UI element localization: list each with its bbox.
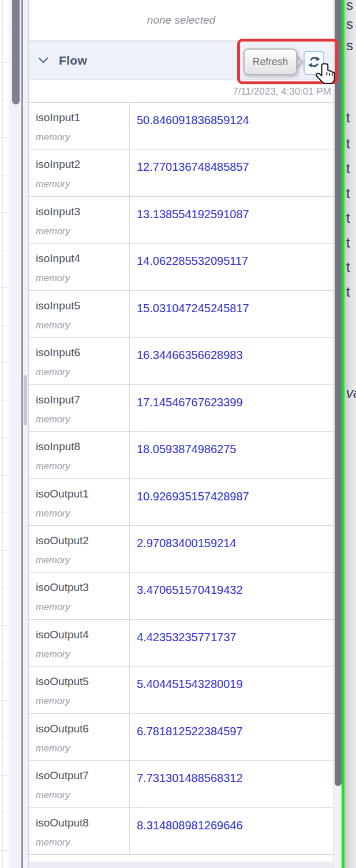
signal-value[interactable]: 17.14546767623399 [137,396,243,409]
signal-value[interactable]: 3.470651570419432 [137,583,243,596]
signal-value[interactable]: 8.314808981269646 [137,819,243,832]
table-row: isoOutput8 memory 8.314808981269646 [29,808,333,855]
outer-scrollbar-thumb[interactable] [12,0,20,104]
signal-label-cell: isoInput2 memory [29,149,130,196]
signal-name: isoInput3 [36,205,129,218]
signal-label-cell: isoInput5 memory [29,291,130,337]
flow-section-title: Flow [59,54,87,68]
signal-value[interactable]: 14.062285532095117 [137,255,248,267]
signal-label-cell: isoOutput7 memory [29,761,130,807]
signal-name: isoOutput5 [36,675,129,688]
signal-label-cell: isoInput3 memory [29,197,130,243]
signal-value[interactable]: 4.42353235771737 [137,631,236,643]
signal-value-cell: 16.34466356628983 [130,338,333,384]
signal-value[interactable]: 5.404451543280019 [137,678,243,690]
clipped-text-fragment: t [346,136,350,152]
signal-name: isoInput5 [36,300,129,312]
panel-scrollbar-track[interactable] [23,0,28,868]
table-row: isoInput2 memory 12.770136748485857 [29,149,333,196]
next-section-edge [29,862,333,868]
empty-row [29,855,333,862]
signal-name: isoInput7 [36,394,129,406]
signal-value[interactable]: 12.770136748485857 [137,160,249,173]
signal-label-cell: isoOutput1 memory [29,479,130,525]
signal-label-cell: isoOutput3 memory [29,573,130,619]
selection-status: none selected [29,0,333,42]
signal-name: isoOutput1 [36,488,129,500]
table-row: isoInput7 memory 17.14546767623399 [29,385,333,432]
signal-value-cell: 12.770136748485857 [130,149,333,196]
signal-name: isoInput4 [36,252,129,265]
signal-type: memory [36,366,129,377]
signal-value-cell: 5.404451543280019 [130,667,333,713]
signal-value[interactable]: 15.031047245245817 [137,302,249,315]
signal-type: memory [36,461,129,472]
table-row: isoInput3 memory 13.138554192591087 [29,197,333,244]
signal-value-cell: 3.470651570419432 [130,573,333,619]
signal-type: memory [36,272,129,283]
signal-value[interactable]: 10.926935157428987 [137,490,249,503]
signal-type: memory [36,414,129,425]
adjacent-panel-edge: sssttttttttva [344,0,356,868]
signal-value[interactable]: 2.97083400159214 [137,537,236,549]
table-row: isoOutput3 memory 3.470651570419432 [29,573,333,619]
signal-label-cell: isoOutput6 memory [29,714,130,760]
signal-value-cell: 10.926935157428987 [130,479,333,525]
signal-label-cell: isoInput6 memory [29,338,130,384]
chevron-down-icon [38,55,48,66]
signal-value-cell: 8.314808981269646 [130,808,333,854]
signal-value-cell: 14.062285532095117 [130,244,333,290]
table-row: isoInput8 memory 18.0593874986275 [29,432,333,478]
signal-value[interactable]: 6.781812522384597 [137,725,243,738]
signal-value[interactable]: 50.846091836859124 [137,114,249,126]
signal-name: isoOutput6 [36,723,129,735]
clipped-text-fragment: t [346,110,350,126]
flow-table: isoInput1 memory 50.846091836859124 isoI… [29,102,333,855]
clipped-text-fragment: s [346,16,353,32]
signal-type: memory [36,743,129,754]
signal-name: isoInput2 [36,158,129,171]
signal-type: memory [36,601,129,612]
signal-value[interactable]: 16.34466356628983 [137,349,243,361]
signal-value[interactable]: 13.138554192591087 [137,208,249,220]
panel-vertical-scrollbar-thumb[interactable] [335,0,342,786]
signal-value[interactable]: 18.0593874986275 [137,443,236,455]
signal-value-cell: 6.781812522384597 [130,714,333,760]
signal-type: memory [36,178,129,189]
signal-label-cell: isoInput7 memory [29,385,130,431]
table-row: isoOutput7 memory 7.731301488568312 [29,761,333,807]
table-row: isoOutput6 memory 6.781812522384597 [29,714,333,761]
signal-value-cell: 17.14546767623399 [130,385,333,431]
outer-scrollbar-track[interactable] [9,0,21,868]
clipped-text-fragment: va [346,385,356,401]
signal-name: isoOutput8 [36,817,129,829]
table-row: isoOutput2 memory 2.97083400159214 [29,526,333,573]
panel-scrollbar-thumb[interactable] [24,375,27,425]
signal-value-cell: 7.731301488568312 [130,761,333,807]
signal-name: isoOutput7 [36,769,129,782]
signal-value-cell: 2.97083400159214 [130,526,333,572]
signal-type: memory [36,132,129,143]
signal-value[interactable]: 7.731301488568312 [137,772,243,784]
table-row: isoOutput1 memory 10.926935157428987 [29,479,333,526]
table-row: isoInput5 memory 15.031047245245817 [29,291,333,338]
clipped-text-fragment: t [346,284,350,300]
table-row: isoOutput5 memory 5.404451543280019 [29,667,333,713]
signal-label-cell: isoInput8 memory [29,432,130,478]
table-row: isoInput4 memory 14.062285532095117 [29,244,333,290]
signal-type: memory [36,508,129,519]
signal-type: memory [36,226,129,237]
signal-label-cell: isoOutput5 memory [29,667,130,713]
signal-type: memory [36,790,129,800]
refresh-button[interactable] [303,51,324,75]
signal-name: isoOutput4 [36,628,129,641]
signal-label-cell: isoInput4 memory [29,244,130,290]
clipped-text-fragment: t [346,259,350,275]
panel-vertical-scrollbar[interactable] [333,0,342,868]
signal-value-cell: 18.0593874986275 [130,432,333,478]
refresh-tooltip: Refresh [243,48,297,75]
signal-label-cell: isoOutput2 memory [29,526,130,572]
signal-type: memory [36,695,129,706]
table-row: isoOutput4 memory 4.42353235771737 [29,620,333,667]
signal-label-cell: isoOutput4 memory [29,620,130,666]
